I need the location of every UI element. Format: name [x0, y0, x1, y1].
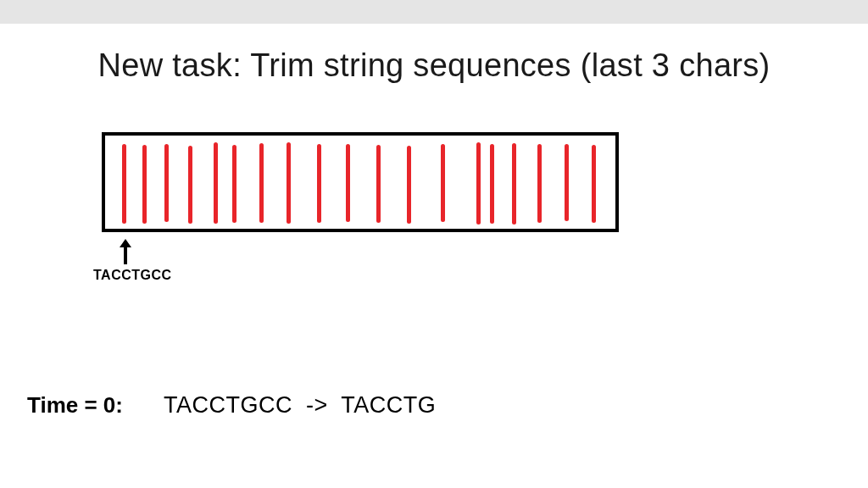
- array-bar: [592, 145, 596, 223]
- array-bar: [287, 142, 291, 224]
- example-row: Time = 0: TACCTGCC -> TACCTG: [27, 392, 436, 419]
- example-input: TACCTGCC: [164, 392, 292, 418]
- time-label: Time = 0:: [27, 392, 123, 419]
- array-bar: [317, 144, 321, 223]
- array-bar: [346, 144, 350, 222]
- array-container-box: [102, 132, 619, 232]
- pointer-sequence-label: TACCTGCC: [93, 268, 172, 283]
- pointer-arrow: [117, 237, 134, 266]
- array-bars-group: [105, 142, 615, 222]
- array-bar: [376, 145, 381, 223]
- array-bar: [122, 144, 126, 224]
- array-bar: [259, 143, 264, 223]
- array-bar: [164, 144, 169, 222]
- example-output: TACCTG: [341, 392, 436, 418]
- array-bar: [214, 142, 218, 224]
- array-bar: [441, 144, 445, 222]
- array-bar: [490, 144, 494, 224]
- array-bar: [537, 144, 542, 223]
- array-bar: [407, 146, 411, 224]
- array-bar: [512, 143, 516, 225]
- example-transform: TACCTGCC -> TACCTG: [164, 392, 436, 419]
- array-bar: [232, 145, 236, 223]
- arrow-text: ->: [306, 392, 328, 418]
- array-bar: [476, 142, 481, 225]
- array-bar: [188, 146, 192, 224]
- slide-title: New task: Trim string sequences (last 3 …: [0, 47, 868, 84]
- array-bar: [565, 144, 569, 221]
- top-bar: [0, 0, 868, 24]
- arrow-up-icon: [117, 237, 134, 266]
- array-bar: [142, 145, 147, 224]
